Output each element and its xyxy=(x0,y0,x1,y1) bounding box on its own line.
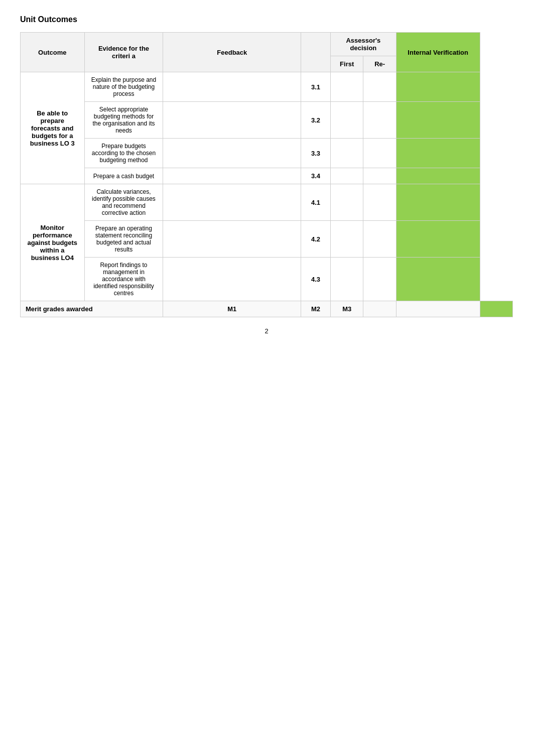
internal-3-1 xyxy=(396,72,480,102)
evidence-4-1: Calculate variances, identify possible c… xyxy=(84,184,163,221)
merit-label: Merit grades awarded xyxy=(21,301,163,317)
lo3-outcome: Be able to prepare forecasts and budgets… xyxy=(21,72,85,184)
internal-4-3 xyxy=(396,258,480,301)
merit-m1: M1 xyxy=(163,301,301,317)
merit-re xyxy=(396,301,480,317)
feedback-3-1 xyxy=(163,72,301,102)
first-4-3 xyxy=(331,258,363,301)
internal-3-3 xyxy=(396,139,480,168)
header-internal: Internal Verification xyxy=(396,33,480,72)
feedback-4-1 xyxy=(163,184,301,221)
header-first: First xyxy=(331,56,363,72)
number-3-1: 3.1 xyxy=(301,72,331,102)
header-feedback: Feedback xyxy=(163,33,301,72)
header-re: Re- xyxy=(363,56,396,72)
evidence-3-2: Select appropriate budgeting methods for… xyxy=(84,102,163,139)
first-3-3 xyxy=(331,139,363,168)
first-3-2 xyxy=(331,102,363,139)
first-4-1 xyxy=(331,184,363,221)
page-title: Unit Outcomes xyxy=(20,15,513,24)
evidence-3-3: Prepare budgets according to the chosen … xyxy=(84,139,163,168)
first-4-2 xyxy=(331,221,363,258)
number-4-1: 4.1 xyxy=(301,184,331,221)
evidence-3-1: Explain the purpose and nature of the bu… xyxy=(84,72,163,102)
number-3-3: 3.3 xyxy=(301,139,331,168)
number-3-4: 3.4 xyxy=(301,168,331,184)
header-assessor: Assessor's decision xyxy=(331,33,396,56)
evidence-4-3: Report findings to management in accorda… xyxy=(84,258,163,301)
merit-m3: M3 xyxy=(331,301,363,317)
page-number: 2 xyxy=(20,327,513,335)
evidence-3-4: Prepare a cash budget xyxy=(84,168,163,184)
re-4-3 xyxy=(363,258,396,301)
re-3-3 xyxy=(363,139,396,168)
number-3-2: 3.2 xyxy=(301,102,331,139)
internal-3-4 xyxy=(396,168,480,184)
re-3-2 xyxy=(363,102,396,139)
header-outcome: Outcome xyxy=(21,33,85,72)
header-num xyxy=(301,33,331,72)
feedback-4-3 xyxy=(163,258,301,301)
number-4-2: 4.2 xyxy=(301,221,331,258)
re-4-1 xyxy=(363,184,396,221)
feedback-3-3 xyxy=(163,139,301,168)
internal-4-1 xyxy=(396,184,480,221)
re-3-4 xyxy=(363,168,396,184)
first-3-4 xyxy=(331,168,363,184)
merit-first xyxy=(363,301,396,317)
merit-internal xyxy=(480,301,512,317)
merit-m2: M2 xyxy=(301,301,331,317)
evidence-4-2: Prepare an operating statement reconcili… xyxy=(84,221,163,258)
feedback-3-2 xyxy=(163,102,301,139)
re-4-2 xyxy=(363,221,396,258)
lo4-outcome: Monitor performance against budgets with… xyxy=(21,184,85,301)
internal-3-2 xyxy=(396,102,480,139)
feedback-3-4 xyxy=(163,168,301,184)
header-evidence: Evidence for the criteri a xyxy=(84,33,163,72)
feedback-4-2 xyxy=(163,221,301,258)
internal-4-2 xyxy=(396,221,480,258)
first-3-1 xyxy=(331,72,363,102)
re-3-1 xyxy=(363,72,396,102)
number-4-3: 4.3 xyxy=(301,258,331,301)
